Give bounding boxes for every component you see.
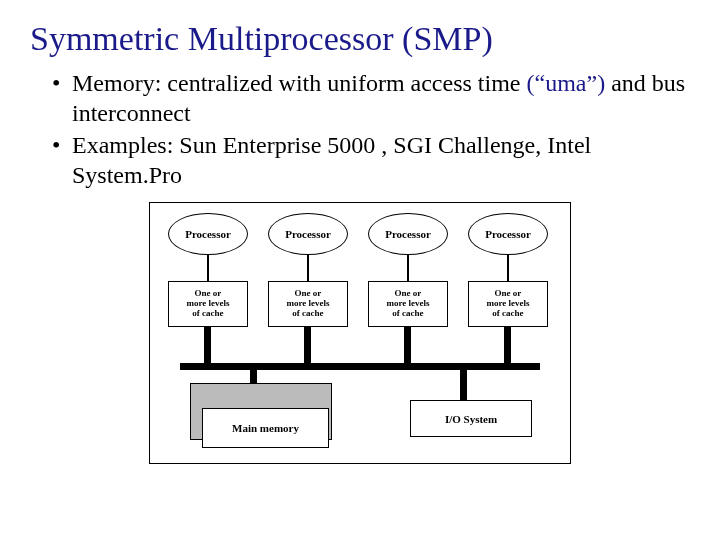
uma-highlight: (“uma”) bbox=[527, 70, 606, 96]
cache-node: One ormore levelsof cache bbox=[168, 281, 248, 327]
main-memory-node: Main memory bbox=[202, 408, 329, 448]
io-system-node: I/O System bbox=[410, 400, 532, 437]
bus-leg bbox=[204, 327, 211, 363]
page-title: Symmetric Multiprocessor (SMP) bbox=[30, 20, 690, 58]
bullet-text: Memory: centralized with uniform access … bbox=[72, 70, 527, 96]
processor-node: Processor bbox=[468, 213, 548, 255]
bullet-list: Memory: centralized with uniform access … bbox=[52, 68, 690, 190]
bus-leg bbox=[304, 327, 311, 363]
cache-node: One ormore levelsof cache bbox=[268, 281, 348, 327]
cache-node: One ormore levelsof cache bbox=[468, 281, 548, 327]
bus-interconnect bbox=[180, 363, 540, 370]
cache-node: One ormore levelsof cache bbox=[368, 281, 448, 327]
processor-node: Processor bbox=[368, 213, 448, 255]
connector bbox=[507, 255, 509, 281]
diagram-container: Processor Processor Processor Processor … bbox=[30, 202, 690, 464]
connector bbox=[307, 255, 309, 281]
processor-node: Processor bbox=[268, 213, 348, 255]
bus-leg bbox=[504, 327, 511, 363]
bus-leg bbox=[460, 370, 467, 400]
processor-node: Processor bbox=[168, 213, 248, 255]
connector bbox=[207, 255, 209, 281]
smp-diagram: Processor Processor Processor Processor … bbox=[149, 202, 571, 464]
bullet-examples: Examples: Sun Enterprise 5000 , SGI Chal… bbox=[52, 130, 690, 190]
bullet-memory: Memory: centralized with uniform access … bbox=[52, 68, 690, 128]
bus-leg bbox=[404, 327, 411, 363]
connector bbox=[407, 255, 409, 281]
